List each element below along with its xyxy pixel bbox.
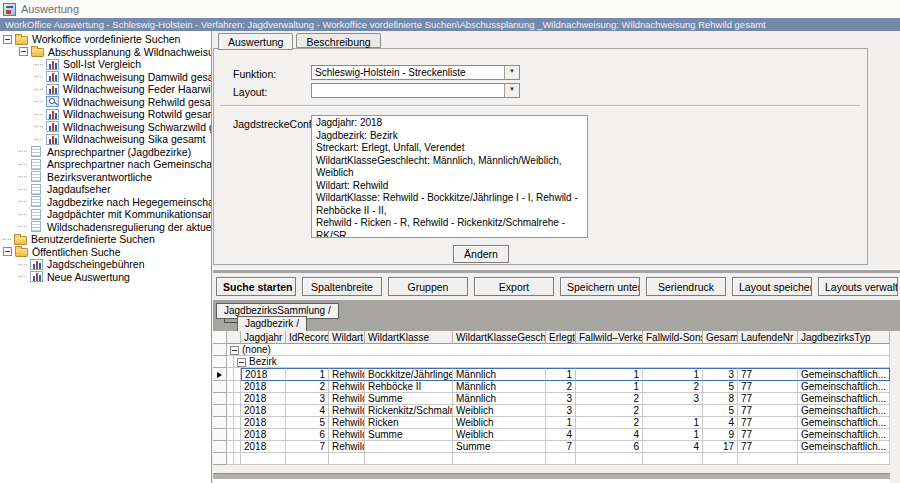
- grid-cell[interactable]: Summe: [365, 393, 453, 405]
- grid-cell[interactable]: 1: [576, 368, 643, 381]
- grid-cell[interactable]: 2018: [241, 381, 286, 393]
- grid-cell[interactable]: [365, 441, 453, 453]
- grid-cell[interactable]: Rehwild: [329, 417, 365, 429]
- grid-cell[interactable]: 17: [703, 441, 738, 453]
- grid-cell[interactable]: Männlich: [453, 381, 546, 393]
- grid-cell[interactable]: 4: [643, 441, 703, 453]
- grid-cell[interactable]: 2018: [241, 441, 286, 453]
- aendern-button[interactable]: Ändern: [453, 245, 509, 263]
- column-header[interactable]: Fallwild–Verkehr: [576, 331, 643, 344]
- grid-cell[interactable]: 1: [643, 429, 703, 441]
- collapse-minus-icon[interactable]: [230, 346, 239, 355]
- grid-cell[interactable]: Rehwild: [329, 381, 365, 393]
- tab-beschreibung[interactable]: Beschreibung: [296, 33, 380, 48]
- grid-cell[interactable]: 77: [738, 429, 798, 441]
- grid-cell[interactable]: 3: [546, 405, 576, 417]
- grid-cell[interactable]: 1: [643, 368, 703, 381]
- grid-cell[interactable]: Weiblich: [453, 429, 546, 441]
- column-header[interactable]: Erlegt: [546, 331, 576, 344]
- row-selector-cell[interactable]: [213, 393, 227, 405]
- grid-cell[interactable]: 77: [738, 393, 798, 405]
- chevron-down-icon[interactable]: [504, 84, 519, 97]
- grid-cell[interactable]: 77: [738, 368, 798, 381]
- tree-item[interactable]: Jagdaufseher: [0, 183, 211, 196]
- grid-cell[interactable]: Summe: [365, 429, 453, 441]
- tree-item[interactable]: Ansprechpartner (Jagdbezirke): [0, 146, 211, 159]
- grid-cell[interactable]: 6: [576, 441, 643, 453]
- grid-cell[interactable]: 5: [286, 417, 329, 429]
- tree-item[interactable]: Wildnachweisung Damwild gesamt: [0, 71, 211, 84]
- grid-cell[interactable]: Weiblich: [453, 417, 546, 429]
- grid-cell[interactable]: Gemeinschaftlich...: [798, 405, 890, 417]
- grid-cell[interactable]: Gemeinschaftlich...: [798, 381, 890, 393]
- column-header[interactable]: WildartKlasseGeschlecht: [453, 331, 546, 344]
- grid-cell[interactable]: Rehwild: [329, 405, 365, 417]
- grid-cell[interactable]: 4: [703, 417, 738, 429]
- tree-item[interactable]: Wildnachweisung Sika gesamt: [0, 133, 211, 146]
- toolbar-button[interactable]: Speichern unter ...: [560, 277, 640, 296]
- table-row[interactable]: 20187RehwildSumme7641777Gemeinschaftlich…: [213, 441, 890, 453]
- tree-item[interactable]: Jagdscheingebühren: [0, 258, 211, 271]
- grid-cell[interactable]: Summe: [453, 441, 546, 453]
- grid-cell[interactable]: 77: [738, 441, 798, 453]
- layout-select[interactable]: [311, 83, 520, 98]
- grid-cell[interactable]: Rehböcke II: [365, 381, 453, 393]
- row-selector-cell[interactable]: [213, 429, 227, 441]
- grid-cell[interactable]: Rehwild: [329, 429, 365, 441]
- grid-cell[interactable]: 77: [738, 405, 798, 417]
- group-row[interactable]: Bezirk: [213, 356, 890, 368]
- row-selector-cell[interactable]: [213, 405, 227, 417]
- grid-cell[interactable]: Gemeinschaftlich...: [798, 429, 890, 441]
- grid-cell[interactable]: 7: [286, 441, 329, 453]
- column-header[interactable]: Wildart: [329, 331, 365, 344]
- grid-cell[interactable]: 5: [703, 405, 738, 417]
- group-label-cell[interactable]: Bezirk: [234, 356, 890, 368]
- grid-cell[interactable]: 2: [576, 393, 643, 405]
- grid-cell[interactable]: Rehwild: [329, 393, 365, 405]
- collapse-minus-icon[interactable]: [237, 358, 246, 367]
- grid-cell[interactable]: 1: [286, 368, 329, 381]
- grid-cell[interactable]: Gemeinschaftlich...: [798, 417, 890, 429]
- grid-cell[interactable]: Weiblich: [453, 405, 546, 417]
- grid-cell[interactable]: 3: [703, 368, 738, 381]
- grid-cell[interactable]: 4: [286, 405, 329, 417]
- column-header[interactable]: WildartKlasse: [365, 331, 453, 344]
- grid-cell[interactable]: 8: [703, 393, 738, 405]
- column-header[interactable]: LaufendeNr: [738, 331, 798, 344]
- grid-cell[interactable]: 77: [738, 417, 798, 429]
- group-label-cell[interactable]: (none): [227, 344, 890, 356]
- tree-item[interactable]: Jagdpächter mit Kommunikationsarten: [0, 208, 211, 221]
- tree-item[interactable]: Wildnachweisung Rotwild gesamt: [0, 108, 211, 121]
- grid-cell[interactable]: 2: [286, 381, 329, 393]
- grid-cell[interactable]: 3: [643, 393, 703, 405]
- toolbar-button[interactable]: Layout speichern: [732, 277, 812, 296]
- expander-minus-icon[interactable]: [3, 35, 12, 44]
- grid-cell[interactable]: [643, 405, 703, 417]
- table-row[interactable]: 20182RehwildRehböcke IIMännlich212577Gem…: [213, 381, 890, 393]
- chevron-down-icon[interactable]: [504, 66, 519, 79]
- grid-cell[interactable]: 2018: [241, 429, 286, 441]
- expander-minus-icon[interactable]: [19, 47, 28, 56]
- grid-cell[interactable]: 2018: [241, 393, 286, 405]
- grid-cell[interactable]: Rehwild: [329, 368, 365, 381]
- grid-cell[interactable]: 1: [546, 368, 576, 381]
- group-by-bar[interactable]: JagdbezirksSammlung / Jagdbezirk /: [213, 300, 900, 331]
- tree-item[interactable]: Bezirksverantwortliche: [0, 171, 211, 184]
- column-header[interactable]: Fallwild-Sonstiges: [643, 331, 703, 344]
- row-selector-cell[interactable]: [213, 381, 227, 393]
- tree-item[interactable]: Benutzerdefinierte Suchen: [0, 233, 211, 246]
- row-selector-cell[interactable]: [213, 417, 227, 429]
- table-row[interactable]: 20184RehwildRickenkitz/SchmalreheWeiblic…: [213, 405, 890, 417]
- toolbar-button[interactable]: Layouts verwalten: [818, 277, 898, 296]
- grid-cell[interactable]: 1: [643, 417, 703, 429]
- grid-cell[interactable]: Gemeinschaftlich...: [798, 368, 890, 381]
- table-row[interactable]: 20183RehwildSummeMännlich323877Gemeinsch…: [213, 393, 890, 405]
- grid-cell[interactable]: Männlich: [453, 393, 546, 405]
- column-header[interactable]: IdRecord: [286, 331, 329, 344]
- tree-item[interactable]: Workoffice vordefinierte Suchen: [0, 33, 211, 46]
- group-row[interactable]: (none): [213, 344, 890, 356]
- grid-cell[interactable]: Rickenkitz/Schmalrehe: [365, 405, 453, 417]
- grid-cell[interactable]: 2018: [241, 417, 286, 429]
- toolbar-button[interactable]: Gruppen: [388, 277, 468, 296]
- grid-cell[interactable]: 1: [546, 417, 576, 429]
